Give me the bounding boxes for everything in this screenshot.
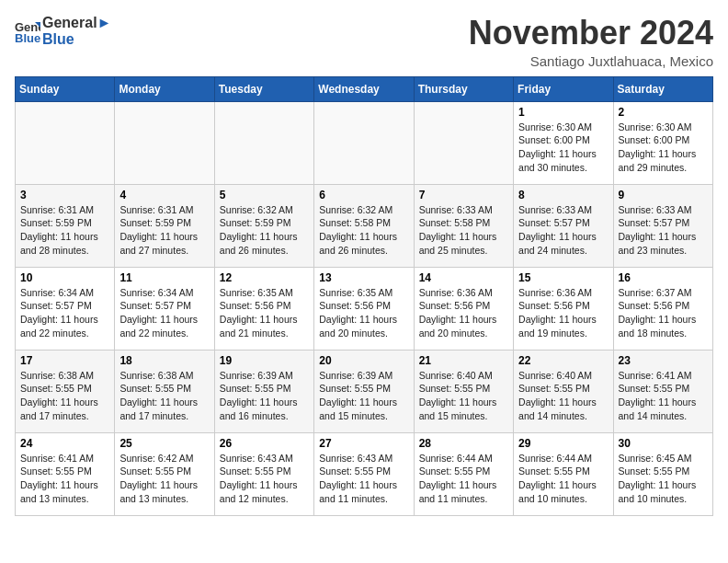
day-number: 2 xyxy=(619,106,708,119)
calendar-cell: 13Sunrise: 6:35 AM Sunset: 5:56 PM Dayli… xyxy=(314,267,414,350)
day-info: Sunrise: 6:44 AM Sunset: 5:55 PM Dayligh… xyxy=(419,452,508,506)
calendar-cell: 17Sunrise: 6:38 AM Sunset: 5:55 PM Dayli… xyxy=(16,350,115,432)
day-number: 1 xyxy=(518,106,608,119)
calendar-cell: 4Sunrise: 6:31 AM Sunset: 5:59 PM Daylig… xyxy=(115,184,214,267)
calendar-cell xyxy=(414,101,513,184)
day-info: Sunrise: 6:41 AM Sunset: 5:55 PM Dayligh… xyxy=(619,369,708,423)
calendar-cell xyxy=(314,101,414,184)
calendar-cell: 26Sunrise: 6:43 AM Sunset: 5:55 PM Dayli… xyxy=(214,432,313,515)
day-info: Sunrise: 6:33 AM Sunset: 5:58 PM Dayligh… xyxy=(419,203,508,258)
day-info: Sunrise: 6:41 AM Sunset: 5:55 PM Dayligh… xyxy=(20,452,109,506)
day-info: Sunrise: 6:45 AM Sunset: 5:55 PM Dayligh… xyxy=(619,452,708,506)
title-block: November 2024 Santiago Juxtlahuaca, Mexi… xyxy=(469,15,713,69)
calendar-cell: 21Sunrise: 6:40 AM Sunset: 5:55 PM Dayli… xyxy=(414,350,513,432)
day-info: Sunrise: 6:36 AM Sunset: 5:56 PM Dayligh… xyxy=(518,286,608,340)
logo-icon: General Blue xyxy=(15,18,40,44)
calendar-cell: 24Sunrise: 6:41 AM Sunset: 5:55 PM Dayli… xyxy=(16,432,115,515)
calendar-cell xyxy=(16,101,115,184)
calendar-cell: 29Sunrise: 6:44 AM Sunset: 5:55 PM Dayli… xyxy=(514,432,613,515)
day-number: 14 xyxy=(419,271,508,284)
day-number: 26 xyxy=(220,437,309,450)
logo-line1: General► xyxy=(42,15,111,31)
month-title: November 2024 xyxy=(469,15,713,52)
day-number: 9 xyxy=(619,189,708,201)
day-info: Sunrise: 6:40 AM Sunset: 5:55 PM Dayligh… xyxy=(419,369,508,423)
calendar-cell: 30Sunrise: 6:45 AM Sunset: 5:55 PM Dayli… xyxy=(613,432,712,515)
day-info: Sunrise: 6:43 AM Sunset: 5:55 PM Dayligh… xyxy=(319,452,408,506)
day-number: 4 xyxy=(119,189,209,201)
day-number: 5 xyxy=(220,189,309,201)
day-number: 16 xyxy=(619,271,708,284)
calendar-cell: 8Sunrise: 6:33 AM Sunset: 5:57 PM Daylig… xyxy=(514,184,613,267)
day-info: Sunrise: 6:44 AM Sunset: 5:55 PM Dayligh… xyxy=(518,452,608,506)
weekday-header-monday: Monday xyxy=(115,76,214,101)
day-number: 22 xyxy=(518,354,608,367)
day-number: 15 xyxy=(518,271,608,284)
calendar-cell: 25Sunrise: 6:42 AM Sunset: 5:55 PM Dayli… xyxy=(115,432,214,515)
day-number: 24 xyxy=(20,437,109,450)
day-info: Sunrise: 6:34 AM Sunset: 5:57 PM Dayligh… xyxy=(20,286,109,340)
calendar-cell: 14Sunrise: 6:36 AM Sunset: 5:56 PM Dayli… xyxy=(414,267,513,350)
location-subtitle: Santiago Juxtlahuaca, Mexico xyxy=(469,53,713,69)
day-number: 6 xyxy=(319,189,408,201)
weekday-header-wednesday: Wednesday xyxy=(314,76,414,101)
weekday-header-thursday: Thursday xyxy=(414,76,513,101)
calendar-cell: 28Sunrise: 6:44 AM Sunset: 5:55 PM Dayli… xyxy=(414,432,513,515)
day-number: 29 xyxy=(518,437,608,450)
calendar-cell: 10Sunrise: 6:34 AM Sunset: 5:57 PM Dayli… xyxy=(16,267,115,350)
day-info: Sunrise: 6:31 AM Sunset: 5:59 PM Dayligh… xyxy=(20,203,109,258)
logo-line2: Blue xyxy=(42,31,111,48)
day-info: Sunrise: 6:34 AM Sunset: 5:57 PM Dayligh… xyxy=(119,286,209,340)
calendar-cell: 9Sunrise: 6:33 AM Sunset: 5:57 PM Daylig… xyxy=(613,184,712,267)
day-info: Sunrise: 6:43 AM Sunset: 5:55 PM Dayligh… xyxy=(220,452,309,506)
calendar-cell: 18Sunrise: 6:38 AM Sunset: 5:55 PM Dayli… xyxy=(115,350,214,432)
day-number: 19 xyxy=(220,354,309,367)
day-number: 11 xyxy=(119,271,209,284)
calendar-table: SundayMondayTuesdayWednesdayThursdayFrid… xyxy=(15,76,713,516)
day-number: 30 xyxy=(619,437,708,450)
day-number: 20 xyxy=(319,354,408,367)
day-number: 25 xyxy=(119,437,209,450)
day-number: 7 xyxy=(419,189,508,201)
calendar-cell xyxy=(214,101,313,184)
weekday-header-sunday: Sunday xyxy=(16,76,115,101)
calendar-cell: 16Sunrise: 6:37 AM Sunset: 5:56 PM Dayli… xyxy=(613,267,712,350)
day-info: Sunrise: 6:36 AM Sunset: 5:56 PM Dayligh… xyxy=(419,286,508,340)
day-info: Sunrise: 6:30 AM Sunset: 6:00 PM Dayligh… xyxy=(619,121,708,175)
calendar-week-2: 3Sunrise: 6:31 AM Sunset: 5:59 PM Daylig… xyxy=(16,184,713,267)
day-number: 18 xyxy=(119,354,209,367)
calendar-week-4: 17Sunrise: 6:38 AM Sunset: 5:55 PM Dayli… xyxy=(16,350,713,432)
calendar-cell: 12Sunrise: 6:35 AM Sunset: 5:56 PM Dayli… xyxy=(214,267,313,350)
calendar-cell: 23Sunrise: 6:41 AM Sunset: 5:55 PM Dayli… xyxy=(613,350,712,432)
day-info: Sunrise: 6:32 AM Sunset: 5:59 PM Dayligh… xyxy=(220,203,309,258)
page-header: General Blue General► Blue November 2024… xyxy=(15,15,713,69)
weekday-header-friday: Friday xyxy=(514,76,613,101)
day-info: Sunrise: 6:38 AM Sunset: 5:55 PM Dayligh… xyxy=(119,369,209,423)
day-info: Sunrise: 6:33 AM Sunset: 5:57 PM Dayligh… xyxy=(619,203,708,258)
calendar-cell: 27Sunrise: 6:43 AM Sunset: 5:55 PM Dayli… xyxy=(314,432,414,515)
day-number: 3 xyxy=(20,189,109,201)
day-info: Sunrise: 6:37 AM Sunset: 5:56 PM Dayligh… xyxy=(619,286,708,340)
calendar-cell: 5Sunrise: 6:32 AM Sunset: 5:59 PM Daylig… xyxy=(214,184,313,267)
day-number: 23 xyxy=(619,354,708,367)
weekday-header-tuesday: Tuesday xyxy=(214,76,313,101)
calendar-header-row: SundayMondayTuesdayWednesdayThursdayFrid… xyxy=(16,76,713,101)
weekday-header-saturday: Saturday xyxy=(613,76,712,101)
day-info: Sunrise: 6:35 AM Sunset: 5:56 PM Dayligh… xyxy=(220,286,309,340)
calendar-week-1: 1Sunrise: 6:30 AM Sunset: 6:00 PM Daylig… xyxy=(16,101,713,184)
day-info: Sunrise: 6:39 AM Sunset: 5:55 PM Dayligh… xyxy=(319,369,408,423)
calendar-cell: 3Sunrise: 6:31 AM Sunset: 5:59 PM Daylig… xyxy=(16,184,115,267)
day-info: Sunrise: 6:38 AM Sunset: 5:55 PM Dayligh… xyxy=(20,369,109,423)
calendar-cell: 15Sunrise: 6:36 AM Sunset: 5:56 PM Dayli… xyxy=(514,267,613,350)
day-info: Sunrise: 6:30 AM Sunset: 6:00 PM Dayligh… xyxy=(518,121,608,175)
calendar-cell: 7Sunrise: 6:33 AM Sunset: 5:58 PM Daylig… xyxy=(414,184,513,267)
day-info: Sunrise: 6:33 AM Sunset: 5:57 PM Dayligh… xyxy=(518,203,608,258)
day-info: Sunrise: 6:39 AM Sunset: 5:55 PM Dayligh… xyxy=(220,369,309,423)
calendar-cell: 1Sunrise: 6:30 AM Sunset: 6:00 PM Daylig… xyxy=(514,101,613,184)
calendar-cell: 6Sunrise: 6:32 AM Sunset: 5:58 PM Daylig… xyxy=(314,184,414,267)
logo: General Blue General► Blue xyxy=(15,15,111,47)
calendar-cell: 11Sunrise: 6:34 AM Sunset: 5:57 PM Dayli… xyxy=(115,267,214,350)
calendar-cell: 20Sunrise: 6:39 AM Sunset: 5:55 PM Dayli… xyxy=(314,350,414,432)
day-number: 8 xyxy=(518,189,608,201)
day-number: 28 xyxy=(419,437,508,450)
